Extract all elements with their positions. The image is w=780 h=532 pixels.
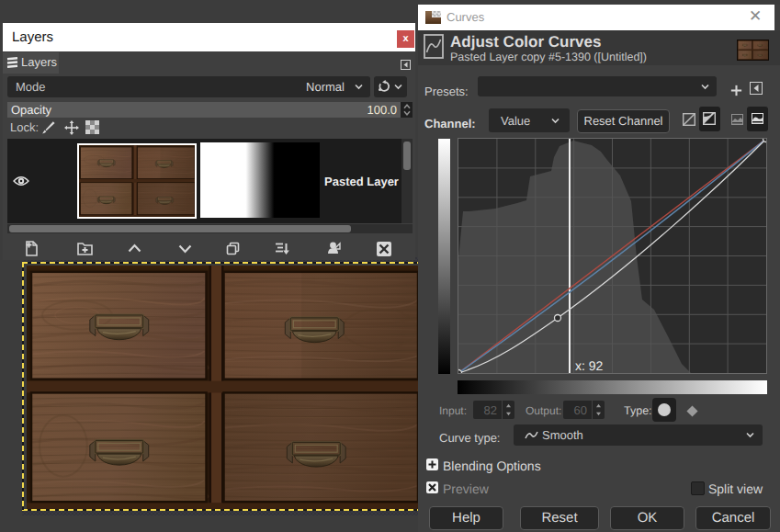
svg-text:x: 92: x: 92 bbox=[575, 358, 604, 373]
